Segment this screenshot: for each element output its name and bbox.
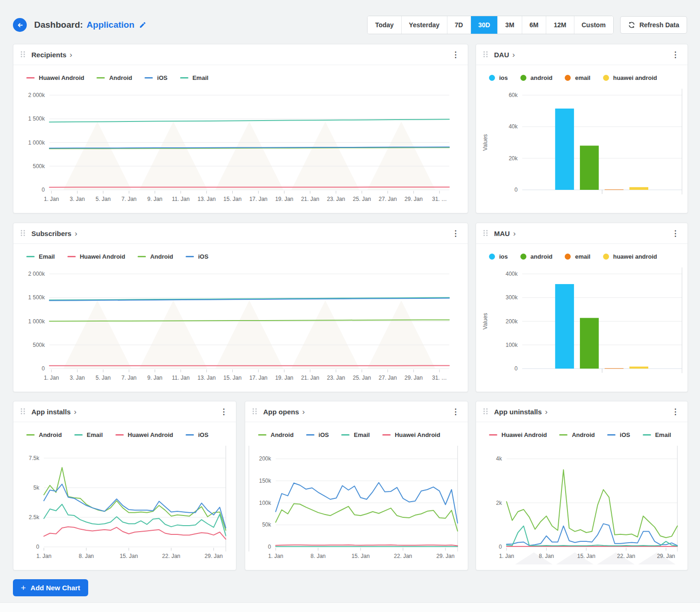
add-new-chart-button[interactable]: + Add New Chart <box>13 579 88 596</box>
svg-text:27. Jan: 27. Jan <box>379 375 397 381</box>
range-6m[interactable]: 6M <box>522 16 546 34</box>
legend-label: Email <box>193 74 209 81</box>
drag-handle-icon[interactable] <box>253 408 257 415</box>
legend-item[interactable]: Email <box>180 74 209 81</box>
card-title-subscribers[interactable]: Subscribers <box>31 230 72 237</box>
card-app-uninstalls: App uninstalls › ⋮ Huawei AndroidAndroid… <box>476 401 688 570</box>
drag-handle-icon[interactable] <box>483 51 488 58</box>
drag-handle-icon[interactable] <box>21 408 25 415</box>
range-30d[interactable]: 30D <box>471 16 498 34</box>
card-dau: DAU › ⋮ iosandroidemailhuawei android 02… <box>476 44 688 213</box>
legend-label: Email <box>655 431 671 438</box>
legend-item[interactable]: iOS <box>186 253 208 260</box>
card-title-app-opens[interactable]: App opens <box>263 408 299 416</box>
card-title-app-installs[interactable]: App installs <box>31 408 71 416</box>
legend-swatch <box>26 434 35 436</box>
kebab-menu-icon[interactable]: ⋮ <box>670 407 680 417</box>
card-title-app-uninstalls[interactable]: App uninstalls <box>494 408 542 416</box>
legend-label: android <box>531 74 553 81</box>
svg-text:1 500k: 1 500k <box>28 115 45 122</box>
chevron-right-icon: › <box>75 230 78 237</box>
legend-label: Email <box>39 253 55 260</box>
legend-swatch <box>382 434 391 436</box>
refresh-data-button[interactable]: Refresh Data <box>620 16 687 34</box>
drag-handle-icon[interactable] <box>21 51 25 58</box>
legend-item[interactable]: Android <box>26 431 62 438</box>
svg-text:11. Jan: 11. Jan <box>172 375 189 381</box>
legend-item[interactable]: Email <box>74 431 103 438</box>
svg-text:500k: 500k <box>33 342 45 348</box>
legend-item[interactable]: iOS <box>607 431 630 438</box>
legend-item[interactable]: huawei android <box>603 253 657 260</box>
legend-item[interactable]: Android <box>258 431 294 438</box>
legend-item[interactable]: Android <box>559 431 595 438</box>
card-header: App uninstalls › ⋮ <box>476 401 688 422</box>
legend-item[interactable]: Huawei Android <box>489 431 547 438</box>
legend-item[interactable]: iOS <box>145 74 167 81</box>
legend-item[interactable]: android <box>520 253 553 260</box>
legend-label: huawei android <box>613 74 657 81</box>
chart-legend: AndroidiOSEmailHuawei Android <box>245 422 468 440</box>
svg-text:15. Jan: 15. Jan <box>120 553 138 559</box>
legend-item[interactable]: Huawei Android <box>67 253 125 260</box>
chevron-right-icon: › <box>74 408 77 416</box>
card-recipients: Recipients › ⋮ Huawei AndroidAndroidiOSE… <box>13 44 468 213</box>
range-3m[interactable]: 3M <box>497 16 521 34</box>
range-today[interactable]: Today <box>368 16 401 34</box>
legend-item[interactable]: iOS <box>186 431 208 438</box>
drag-handle-icon[interactable] <box>483 408 488 415</box>
drag-handle-icon[interactable] <box>21 230 25 236</box>
svg-text:29. Jan: 29. Jan <box>436 553 454 559</box>
legend-item[interactable]: ios <box>489 74 508 81</box>
legend-swatch <box>341 434 350 436</box>
kebab-menu-icon[interactable]: ⋮ <box>451 229 460 238</box>
range-12m[interactable]: 12M <box>546 16 573 34</box>
legend-label: Android <box>572 431 595 438</box>
svg-text:17. Jan: 17. Jan <box>249 375 267 381</box>
legend-swatch <box>603 75 609 81</box>
legend-label: Android <box>271 431 294 438</box>
time-range-group: Today Yesterday 7D 30D 3M 6M 12M Custom <box>367 16 613 34</box>
svg-text:100k: 100k <box>259 500 272 506</box>
page-title: Dashboard: <box>34 20 83 30</box>
legend-item[interactable]: email <box>565 253 590 260</box>
card-mau: MAU › ⋮ iosandroidemailhuawei android 01… <box>476 223 688 392</box>
card-title-recipients[interactable]: Recipients <box>31 51 66 59</box>
arrow-left-icon <box>17 22 24 29</box>
kebab-menu-icon[interactable]: ⋮ <box>670 50 680 60</box>
legend-item[interactable]: ios <box>489 253 508 260</box>
legend-item[interactable]: email <box>565 74 590 81</box>
card-title-mau[interactable]: MAU <box>494 230 510 237</box>
legend-item[interactable]: Android <box>97 74 132 81</box>
edit-icon[interactable] <box>139 22 146 29</box>
svg-text:7. Jan: 7. Jan <box>121 375 137 381</box>
legend-swatch <box>97 77 105 79</box>
legend-item[interactable]: Huawei Android <box>115 431 173 438</box>
kebab-menu-icon[interactable]: ⋮ <box>451 50 460 60</box>
svg-text:25. Jan: 25. Jan <box>353 196 371 202</box>
drag-handle-icon[interactable] <box>483 230 488 236</box>
kebab-menu-icon[interactable]: ⋮ <box>670 229 680 238</box>
legend-label: Huawei Android <box>39 74 84 81</box>
legend-item[interactable]: Email <box>643 431 671 438</box>
card-title-dau[interactable]: DAU <box>494 51 509 59</box>
legend-item[interactable]: iOS <box>306 431 329 438</box>
refresh-label: Refresh Data <box>640 21 679 29</box>
legend-item[interactable]: Android <box>138 253 173 260</box>
legend-item[interactable]: huawei android <box>603 74 657 81</box>
kebab-menu-icon[interactable]: ⋮ <box>219 407 229 417</box>
range-7d[interactable]: 7D <box>447 16 471 34</box>
svg-text:300k: 300k <box>506 294 518 301</box>
legend-item[interactable]: Email <box>341 431 370 438</box>
legend-item[interactable]: Email <box>26 253 55 260</box>
back-button[interactable] <box>13 18 27 32</box>
kebab-menu-icon[interactable]: ⋮ <box>451 407 460 417</box>
legend-item[interactable]: android <box>520 74 553 81</box>
legend-item[interactable]: Huawei Android <box>382 431 440 438</box>
range-yesterday[interactable]: Yesterday <box>401 16 447 34</box>
legend-item[interactable]: Huawei Android <box>26 74 84 81</box>
page-bottom-strip <box>0 602 700 612</box>
legend-swatch <box>520 75 526 81</box>
svg-text:200k: 200k <box>259 455 272 462</box>
range-custom[interactable]: Custom <box>574 16 613 34</box>
